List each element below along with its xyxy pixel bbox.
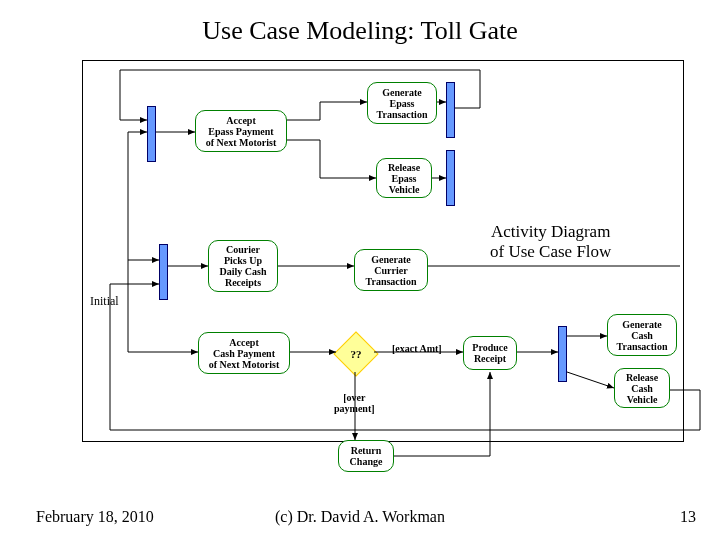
decision-label: ?? [341,339,371,369]
sync-bar [446,150,455,206]
node-gen-currier: Generate Currier Transaction [354,249,428,291]
node-return-change: Return Change [338,440,394,472]
sync-bar [558,326,567,382]
guard-over: [over payment] [334,392,375,414]
node-produce-receipt: Produce Receipt [463,336,517,370]
node-accept-cash: Accept Cash Payment of Next Motorist [198,332,290,374]
annotation: Activity Diagram of Use Case Flow [490,222,611,263]
guard-exact: [exact Amt] [392,343,442,354]
sync-bar [147,106,156,162]
node-courier: Courier Picks Up Daily Cash Receipts [208,240,278,292]
node-gen-epass-tx: Generate Epass Transaction [367,82,437,124]
footer-pagenum: 13 [680,508,696,526]
node-accept-epass: Accept Epass Payment of Next Motorist [195,110,287,152]
node-release-cash: Release Cash Vehicle [614,368,670,408]
node-release-epass: Release Epass Vehicle [376,158,432,198]
node-gen-cash-tx: Generate Cash Transaction [607,314,677,356]
initial-label: Initial [90,294,119,309]
page-title: Use Case Modeling: Toll Gate [0,16,720,46]
sync-bar [159,244,168,300]
footer-copyright: (c) Dr. David A. Workman [0,508,720,526]
sync-bar [446,82,455,138]
